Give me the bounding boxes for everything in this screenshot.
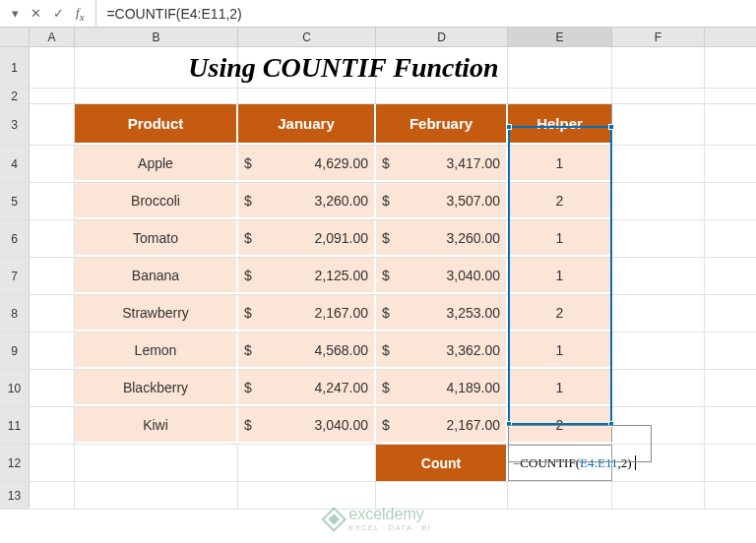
cell-jan-8[interactable]: $2,167.00 — [238, 295, 376, 332]
cell-helper-7[interactable]: 1 — [508, 258, 612, 294]
col-header-E[interactable]: E — [508, 28, 612, 46]
cell-E2[interactable] — [508, 89, 612, 103]
cell-jan-10[interactable]: $4,247.00 — [238, 370, 376, 406]
cell-feb-4[interactable]: $3,417.00 — [376, 146, 508, 182]
cell-A7[interactable] — [30, 258, 75, 294]
cell-A3[interactable] — [30, 104, 75, 145]
cell-jan-4[interactable]: $4,629.00 — [238, 146, 376, 182]
cell-product-8[interactable]: Strawberry — [75, 295, 238, 332]
cell-F3[interactable] — [612, 104, 705, 145]
cell-B12[interactable] — [75, 445, 238, 481]
row-header-11[interactable]: 11 — [0, 407, 30, 444]
row-header-6[interactable]: 6 — [0, 220, 30, 257]
cell-helper-10[interactable]: 1 — [508, 370, 612, 406]
cell-product-9[interactable]: Lemon — [75, 332, 238, 369]
row-header-9[interactable]: 9 — [0, 332, 30, 369]
cell-A12[interactable] — [30, 445, 75, 481]
col-header-A[interactable]: A — [30, 28, 75, 46]
select-all-corner[interactable] — [0, 28, 30, 46]
cell-jan-9[interactable]: $4,568.00 — [238, 332, 376, 369]
cell-helper-8[interactable]: 2 — [508, 295, 612, 332]
cell-A10[interactable] — [30, 370, 75, 406]
row-header-5[interactable]: 5 — [0, 183, 30, 219]
cell-jan-11[interactable]: $3,040.00 — [238, 407, 376, 444]
cell-product-11[interactable]: Kiwi — [75, 407, 238, 444]
cell-feb-11[interactable]: $2,167.00 — [376, 407, 508, 444]
cell-feb-5[interactable]: $3,507.00 — [376, 183, 508, 219]
row-header-10[interactable]: 10 — [0, 370, 30, 406]
cell-jan-5[interactable]: $3,260.00 — [238, 183, 376, 219]
cell-D13[interactable] — [376, 482, 508, 509]
cell-product-10[interactable]: Blackberry — [75, 370, 238, 406]
cell-F8[interactable] — [612, 295, 705, 332]
row-header-2[interactable]: 2 — [0, 89, 30, 103]
confirm-icon[interactable]: ✓ — [53, 6, 64, 21]
cell-feb-6[interactable]: $3,260.00 — [376, 220, 508, 257]
cell-product-5[interactable]: Broccoli — [75, 183, 238, 219]
cell-A6[interactable] — [30, 220, 75, 257]
cell-feb-9[interactable]: $3,362.00 — [376, 332, 508, 369]
cell-B13[interactable] — [75, 482, 238, 509]
cell-jan-6[interactable]: $2,091.00 — [238, 220, 376, 257]
cell-product-4[interactable]: Apple — [75, 146, 238, 182]
cell-A8[interactable] — [30, 295, 75, 332]
header-helper[interactable]: Helper — [508, 104, 612, 145]
row-header-4[interactable]: 4 — [0, 146, 30, 182]
dropdown-icon[interactable]: ▾ — [12, 6, 19, 21]
row-header-8[interactable]: 8 — [0, 295, 30, 332]
cell-feb-8[interactable]: $3,253.00 — [376, 295, 508, 332]
col-header-C[interactable]: C — [238, 28, 376, 46]
cell-product-6[interactable]: Tomato — [75, 220, 238, 257]
cell-helper-9[interactable]: 1 — [508, 332, 612, 369]
cell-F13[interactable] — [612, 482, 705, 509]
cell-F10[interactable] — [612, 370, 705, 406]
header-february[interactable]: February — [376, 104, 508, 145]
cell-product-7[interactable]: Banana — [75, 258, 238, 294]
cell-A4[interactable] — [30, 146, 75, 182]
cell-feb-10[interactable]: $4,189.00 — [376, 370, 508, 406]
cell-A5[interactable] — [30, 183, 75, 219]
cell-helper-5[interactable]: 2 — [508, 183, 612, 219]
col-header-B[interactable]: B — [75, 28, 238, 46]
header-january[interactable]: January — [238, 104, 376, 145]
cell-helper-11[interactable]: 2 — [508, 407, 612, 444]
col-header-D[interactable]: D — [376, 28, 508, 46]
cell-A1[interactable] — [30, 47, 75, 88]
cell-F7[interactable] — [612, 258, 705, 294]
cell-F11[interactable] — [612, 407, 705, 444]
cell-helper-4[interactable]: 1 — [508, 146, 612, 182]
cell-D2[interactable] — [376, 89, 508, 103]
formula-bar-controls: ▾ ✕ ✓ fx — [0, 0, 96, 27]
cell-C2[interactable] — [238, 89, 376, 103]
cell-feb-7[interactable]: $3,040.00 — [376, 258, 508, 294]
cell-C13[interactable] — [238, 482, 376, 509]
cell-F9[interactable] — [612, 332, 705, 369]
cancel-icon[interactable]: ✕ — [31, 6, 41, 21]
header-product[interactable]: Product — [75, 104, 238, 145]
cell-jan-7[interactable]: $2,125.00 — [238, 258, 376, 294]
cell-E13[interactable] — [508, 482, 612, 509]
cell-A2[interactable] — [30, 89, 75, 103]
cell-helper-6[interactable]: 1 — [508, 220, 612, 257]
row-header-1[interactable]: 1 — [0, 47, 30, 88]
cell-A11[interactable] — [30, 407, 75, 444]
cell-F1[interactable] — [612, 47, 705, 88]
cell-B2[interactable] — [75, 89, 238, 103]
cell-C12[interactable] — [238, 445, 376, 481]
fx-icon[interactable]: fx — [76, 5, 84, 23]
formula-input[interactable]: =COUNTIF(E4:E11,2) — [96, 6, 756, 22]
count-label[interactable]: Count — [376, 445, 508, 481]
cell-F2[interactable] — [612, 89, 705, 103]
row-header-12[interactable]: 12 — [0, 445, 30, 481]
cell-F4[interactable] — [612, 146, 705, 182]
row-11: 11Kiwi$3,040.00$2,167.002 — [0, 407, 756, 445]
row-header-3[interactable]: 3 — [0, 104, 30, 145]
formula-cell[interactable]: =COUNTIF(E4:E11,2) — [508, 445, 612, 481]
cell-A9[interactable] — [30, 332, 75, 369]
cell-F6[interactable] — [612, 220, 705, 257]
cell-F5[interactable] — [612, 183, 705, 219]
row-header-7[interactable]: 7 — [0, 258, 30, 294]
row-header-13[interactable]: 13 — [0, 482, 30, 509]
cell-A13[interactable] — [30, 482, 75, 509]
col-header-F[interactable]: F — [612, 28, 705, 46]
